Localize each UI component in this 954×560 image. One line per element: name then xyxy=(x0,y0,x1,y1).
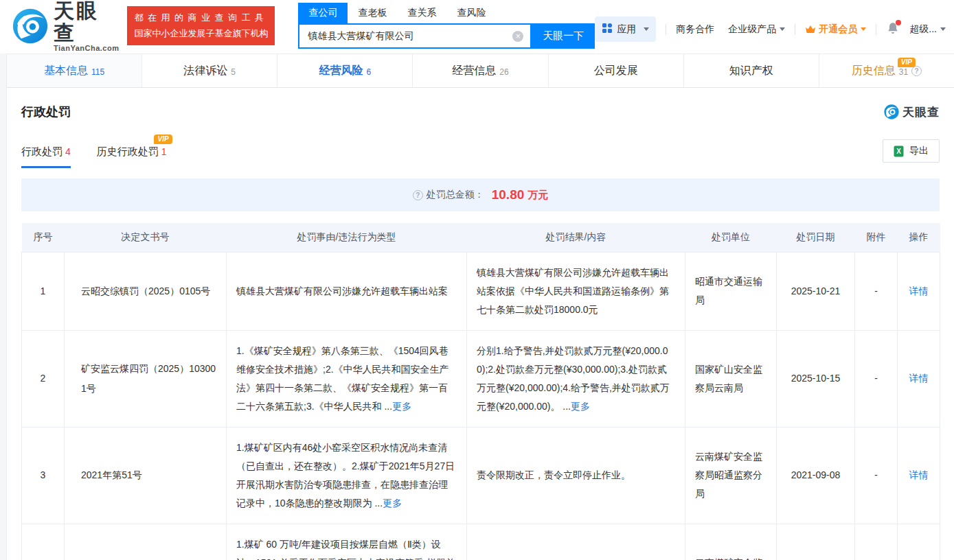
apps-menu[interactable]: 应用 xyxy=(595,16,656,42)
cell-attachment: - xyxy=(855,427,898,524)
column-header: 操作 xyxy=(898,223,940,252)
top-header: 天眼查 TianYanCha.com 都在用的商业查询工具 国家中小企业发展子基… xyxy=(0,0,954,51)
search-block: 查公司查老板查关系查风险 × 天眼一下 xyxy=(298,3,595,49)
nav-tab-count: 5 xyxy=(231,67,236,77)
cell-unit: 云南煤矿安全监察局昭通监察分局 xyxy=(685,427,777,524)
cell-action: 详情 xyxy=(898,252,940,330)
cell-date: 2021-08-14 xyxy=(777,524,855,560)
column-header: 处罚日期 xyxy=(777,223,855,252)
penalty-summary-banner: ? 处罚总金额： 10.80 万元 xyxy=(21,178,940,211)
tianyancha-logo-icon[interactable] xyxy=(12,8,48,44)
divider xyxy=(876,24,876,35)
cell-reason: 镇雄县大营煤矿有限公司涉嫌允许超载车辆出站案 xyxy=(227,252,467,330)
menu-enterprise-products[interactable]: 企业级产品 xyxy=(728,23,785,36)
cell-attachment: - xyxy=(855,252,898,330)
cell-result: 分别1.给予警告,并处罚款贰万元整(¥20,000.00);2.处罚款叁万元整(… xyxy=(467,330,685,427)
table-row: 2矿安监云煤四罚（2025）103001号1.《煤矿安全规程》第八条第三款、《1… xyxy=(22,330,940,427)
cell-unit: 国家矿山安全监察局云南局 xyxy=(685,330,777,427)
penalty-subtabs: 行政处罚4 VIP 历史行政处罚1 xyxy=(21,145,167,168)
help-icon[interactable]: ? xyxy=(413,190,423,200)
nav-tab[interactable]: 经营风险6 xyxy=(277,54,413,87)
top-menu: 应用 商务合作 企业级产品 开通会员 xyxy=(595,16,954,42)
company-nav-tabs: 基本信息115法律诉讼5经营风险6经营信息26公司发展知识产权VIP历史信息31… xyxy=(7,54,954,88)
detail-link[interactable]: 详情 xyxy=(909,285,929,296)
detail-link[interactable]: 详情 xyxy=(909,373,929,384)
cell-action: 详情 xyxy=(898,330,940,427)
nav-tab[interactable]: 法律诉讼5 xyxy=(142,54,277,87)
column-header: 处罚事由/违法行为类型 xyxy=(227,223,467,252)
brand-slogan: 都在用的商业查询工具 国家中小企业发展子基金旗下机构 xyxy=(127,6,275,45)
cell-date: 2025-10-21 xyxy=(777,252,855,330)
chevron-down-icon xyxy=(780,27,785,31)
table-header-row: 序号决定文书号处罚事由/违法行为类型处罚结果/内容处罚单位处罚日期附件操作 xyxy=(22,223,940,252)
tianyancha-logo-icon xyxy=(884,104,899,119)
cell-seq: 3 xyxy=(22,427,65,524)
cell-doc-no: 云昭交综镇罚（2025）0105号 xyxy=(65,252,227,330)
left-gutter xyxy=(0,54,7,560)
table-row: 42021年第44号1.煤矿 60 万吨/年建设项目按煤层自燃（Ⅱ类）设计，15… xyxy=(22,524,940,560)
cell-result: 责令立即或限期改正，责令立即停止作业。 xyxy=(467,524,685,560)
table-row: 32021年第51号1.煤矿矿区内有46处小窑采空区积水情况尚未查清（已自查出，… xyxy=(22,427,940,524)
more-link[interactable]: 更多 xyxy=(571,401,590,412)
clear-icon[interactable]: × xyxy=(512,31,523,42)
cell-attachment: - xyxy=(855,330,898,427)
cell-reason: 1.煤矿 60 万吨/年建设项目按煤层自燃（Ⅱ类）设计，1501 首采工作面采空… xyxy=(227,524,467,560)
nav-tab[interactable]: 公司发展 xyxy=(549,54,684,87)
penalty-section: 行政处罚 天眼查 行政处罚4 VIP 历史行政处罚1 xyxy=(0,104,954,560)
tab-history-penalties[interactable]: VIP 历史行政处罚1 xyxy=(97,145,167,168)
more-link[interactable]: 更多 xyxy=(383,498,402,509)
tab-count: 1 xyxy=(161,146,167,157)
nav-tab-count: 115 xyxy=(91,67,104,77)
logo-title: 天眼查 xyxy=(54,0,119,44)
search-input[interactable] xyxy=(299,31,512,42)
nav-tab[interactable]: 经营信息26 xyxy=(413,54,548,87)
nav-tab-label: 公司发展 xyxy=(594,64,638,78)
nav-tab-label: 知识产权 xyxy=(729,64,773,78)
search-tab[interactable]: 查公司 xyxy=(298,3,348,23)
summary-label: 处罚总金额： xyxy=(427,189,484,201)
column-header: 序号 xyxy=(22,223,65,252)
vip-badge: VIP xyxy=(154,135,172,144)
nav-tab-count: 31 xyxy=(899,67,908,77)
search-button[interactable]: 天眼一下 xyxy=(532,23,595,49)
more-link[interactable]: 更多 xyxy=(392,401,411,412)
divider xyxy=(666,24,666,35)
table-row: 1云昭交综镇罚（2025）0105号镇雄县大营煤矿有限公司涉嫌允许超载车辆出站案… xyxy=(22,252,940,330)
summary-unit: 万元 xyxy=(527,189,548,202)
svg-text:X: X xyxy=(896,148,901,155)
column-header: 处罚结果/内容 xyxy=(467,223,685,252)
nav-tab[interactable]: 知识产权 xyxy=(684,54,819,87)
column-header: 附件 xyxy=(855,223,898,252)
search-tab[interactable]: 查关系 xyxy=(397,3,446,23)
divider xyxy=(795,24,795,35)
apps-label: 应用 xyxy=(617,23,636,36)
cell-date: 2025-10-15 xyxy=(777,330,855,427)
export-button[interactable]: X 导出 xyxy=(883,139,940,163)
cell-unit: 云南煤矿安全监察局 xyxy=(685,524,777,560)
detail-link[interactable]: 详情 xyxy=(909,469,929,480)
logo-text[interactable]: 天眼查 TianYanCha.com xyxy=(54,0,119,52)
menu-super-vip[interactable]: 超级... xyxy=(909,23,946,36)
cell-doc-no: 2021年第44号 xyxy=(65,524,227,560)
nav-tab-count: 6 xyxy=(367,67,372,77)
nav-tab[interactable]: VIP历史信息31? xyxy=(819,54,954,87)
cell-action: 详情 xyxy=(898,427,940,524)
tab-administrative-penalties[interactable]: 行政处罚4 xyxy=(21,145,71,168)
nav-tab[interactable]: 基本信息115 xyxy=(7,54,142,87)
tianyancha-watermark: 天眼查 xyxy=(884,104,940,120)
search-tab[interactable]: 查风险 xyxy=(446,3,496,23)
search-tab[interactable]: 查老板 xyxy=(348,3,397,23)
cell-seq: 1 xyxy=(22,252,65,330)
cell-unit: 昭通市交通运输局 xyxy=(685,252,777,330)
notifications-bell[interactable] xyxy=(886,21,900,38)
cell-doc-no: 矿安监云煤四罚（2025）103001号 xyxy=(65,330,227,427)
menu-open-membership[interactable]: 开通会员 xyxy=(805,23,866,36)
nav-tab-label: 基本信息 xyxy=(44,64,88,78)
chevron-down-icon xyxy=(861,27,866,31)
cell-reason: 1.《煤矿安全规程》第八条第三款、《1504回风巷维修安全技术措施》;2.《中华… xyxy=(227,330,467,427)
nav-tab-count: 26 xyxy=(499,67,508,77)
search-tabs: 查公司查老板查关系查风险 xyxy=(298,3,595,23)
cell-action: 详情 xyxy=(898,524,940,560)
crown-icon xyxy=(805,25,816,34)
menu-business-cooperation[interactable]: 商务合作 xyxy=(676,23,714,36)
